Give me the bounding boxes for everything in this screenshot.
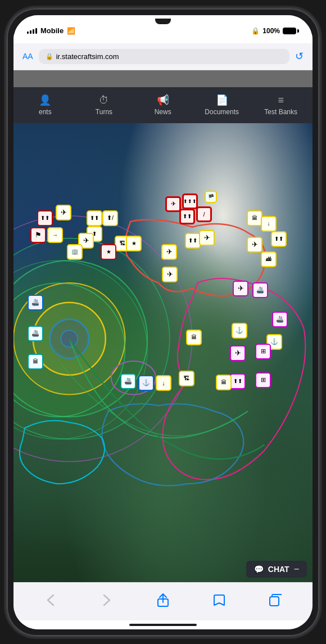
unit-jet-right[interactable]: ✈ — [247, 237, 262, 253]
sidebar-item-testbanks[interactable]: ≡ Test Banks — [264, 94, 298, 116]
url-text: ir.statecraftsim.com — [56, 52, 119, 61]
unit-ship-teal[interactable]: 🚢 — [28, 326, 43, 341]
unit-anchor-blue[interactable]: ⚓ — [138, 375, 154, 391]
unit-ship-magenta[interactable]: 🚢 — [272, 312, 288, 327]
aa-button[interactable]: AA — [22, 52, 33, 61]
home-indicator — [13, 620, 313, 629]
lock-icon: 🔒 — [251, 27, 260, 35]
signal-bar-4 — [35, 28, 37, 34]
unit-red-multi[interactable]: ⬆⬆⬆ — [182, 193, 198, 209]
signal-bar-1 — [27, 31, 29, 34]
unit-anchor-yellow[interactable]: ⚓ — [232, 323, 247, 339]
phone-frame: Mobile 📶 🔒 100% AA 🔒 — [6, 7, 320, 637]
refresh-button[interactable]: ↺ — [295, 50, 304, 62]
battery-percent: 100% — [262, 27, 280, 35]
unit-city[interactable]: 🏙 — [261, 251, 277, 267]
unit-chevron-red[interactable]: ⬆⬆ — [179, 209, 195, 224]
unit-arrow-left[interactable]: → — [47, 227, 63, 243]
battery-tip — [297, 29, 299, 33]
unit-infantry-red[interactable]: ⬆⬆ — [37, 210, 53, 226]
unit-jet-magenta-2[interactable]: ✈ — [230, 345, 246, 361]
unit-red-jet-1[interactable]: ✈ — [165, 196, 181, 212]
unit-building-bottom[interactable]: 🏗 — [179, 371, 194, 386]
testbanks-icon: ≡ — [278, 94, 284, 106]
unit-building-teal[interactable]: 🏛 — [28, 354, 43, 370]
sidebar-item-events[interactable]: 👤 ents — [28, 94, 62, 116]
notch — [155, 19, 171, 24]
status-left: Mobile 📶 — [27, 26, 75, 35]
unit-chevron-yellow[interactable]: ⬆⬆ — [185, 233, 201, 249]
browser-bar: AA 🔒 ir.statecraftsim.com ↺ — [13, 43, 313, 70]
share-button[interactable] — [151, 588, 175, 613]
unit-jet-yellow-3[interactable]: ✈ — [199, 230, 215, 246]
documents-icon: 📄 — [216, 94, 228, 106]
wifi-icon: 📶 — [67, 27, 75, 35]
unit-jet-lower[interactable]: ✈ — [162, 267, 178, 282]
sidebar-item-documents[interactable]: 📄 Documents — [205, 94, 239, 116]
testbanks-label: Test Banks — [264, 108, 297, 116]
unit-star-yellow[interactable]: ★ — [126, 236, 142, 251]
unit-building-center[interactable]: 🏛 — [186, 330, 202, 345]
unit-slash[interactable]: ⬆/ — [102, 210, 118, 226]
chat-minimize-button[interactable]: − — [294, 564, 299, 574]
unit-arrow-bottom[interactable]: ↓ — [156, 375, 171, 391]
battery-fill — [283, 28, 296, 34]
unit-arrow-down[interactable]: ↓ — [261, 216, 277, 232]
unit-slash-red[interactable]: / — [196, 206, 212, 222]
home-bar — [129, 624, 197, 626]
signal-bar-2 — [30, 30, 31, 34]
events-icon: 👤 — [39, 94, 51, 106]
unit-red-star[interactable]: ★ — [101, 244, 116, 260]
forward-button[interactable] — [94, 588, 119, 613]
carrier-label: Mobile — [40, 26, 64, 35]
tabs-button[interactable] — [263, 588, 288, 613]
unit-jet-yellow-1[interactable]: ✈ — [56, 205, 71, 220]
sidebar-item-news[interactable]: 📢 News — [146, 94, 180, 116]
turns-label: Turns — [96, 108, 112, 116]
unit-ship-bottom[interactable]: 🚢 — [120, 373, 136, 389]
unit-jet-center[interactable]: ✈ — [161, 244, 177, 260]
unit-building-right[interactable]: 🏛 — [247, 210, 262, 226]
battery-body — [283, 28, 296, 34]
ios-nav — [13, 582, 313, 620]
url-lock-icon: 🔒 — [46, 53, 53, 60]
chat-bar[interactable]: 💬 CHAT − — [246, 561, 307, 578]
status-right: 🔒 100% — [251, 27, 299, 35]
map-container[interactable]: ⬆⬆ ✈ → ⚑ ⬆⬆ ⬆/ ⬆ ✈ 🏗 ★ ★ 🏢 ✈ ⬆⬆⬆ ⬆⬆ / 🏴 … — [13, 123, 313, 582]
unit-flag-green[interactable]: 🏴 — [205, 191, 217, 203]
gray-banner — [13, 70, 313, 87]
news-icon: 📢 — [157, 94, 169, 106]
unit-grid-magenta[interactable]: ⊞ — [255, 372, 271, 388]
unit-buildings[interactable]: 🏢 — [67, 244, 83, 260]
battery-icon — [283, 28, 299, 34]
unit-chevron-1[interactable]: ⬆⬆ — [87, 210, 102, 226]
status-bar: Mobile 📶 🔒 100% — [13, 15, 313, 43]
bookmarks-button[interactable] — [207, 588, 232, 613]
unit-chevron-right[interactable]: ⬆⬆ — [271, 231, 287, 247]
unit-jet-magenta[interactable]: ✈ — [233, 281, 248, 296]
phone-screen: Mobile 📶 🔒 100% AA 🔒 — [13, 15, 313, 629]
signal-bar-3 — [33, 29, 34, 34]
nav-bar: 👤 ents ⏱ Turns 📢 News 📄 Documents ≡ Test… — [13, 87, 313, 123]
url-bar[interactable]: 🔒 ir.statecraftsim.com — [39, 49, 289, 64]
unit-ship-blue[interactable]: 🚢 — [28, 295, 43, 310]
signal-bars — [27, 28, 37, 34]
turns-icon: ⏱ — [99, 94, 109, 106]
unit-box-magenta[interactable]: ⊞ — [255, 344, 271, 359]
sidebar-item-turns[interactable]: ⏱ Turns — [87, 94, 121, 116]
unit-red-flag[interactable]: ⚑ — [30, 227, 46, 243]
back-button[interactable] — [38, 588, 63, 613]
unit-chevron-magenta[interactable]: ⬆⬆ — [230, 373, 246, 389]
events-label: ents — [39, 108, 52, 116]
unit-warehouse[interactable]: 🏛 — [216, 375, 232, 390]
news-label: News — [155, 108, 171, 116]
chat-label: CHAT — [268, 565, 289, 574]
chat-bubble-icon: 💬 — [254, 565, 264, 574]
documents-label: Documents — [205, 108, 239, 116]
svg-rect-11 — [270, 597, 279, 606]
unit-sub-magenta[interactable]: 🚢 — [252, 282, 268, 298]
